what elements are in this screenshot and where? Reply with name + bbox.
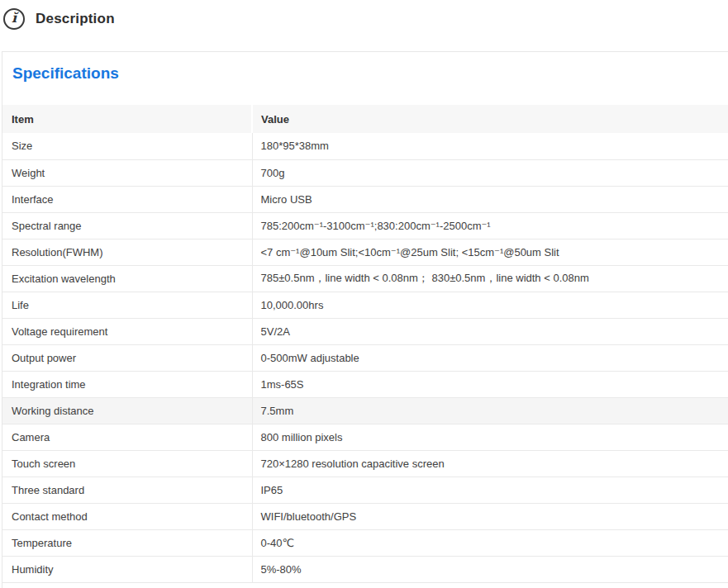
spec-value-cell: WIFI/bluetooth/GPS [252, 503, 728, 529]
spec-value-cell: <7 cm⁻¹@10um Slit;<10cm⁻¹@25um Slit; <15… [252, 239, 728, 265]
spec-item-cell: Output power [2, 344, 252, 371]
spec-item-cell: Interface [2, 186, 252, 212]
column-header-value: Value [252, 105, 728, 133]
spec-item-cell: Size [2, 133, 252, 159]
spec-value-cell: 7.5mm [252, 397, 728, 424]
spec-item-cell: Working distance [2, 397, 252, 424]
spec-item-cell: Contact method [2, 503, 252, 529]
table-row: Working distance 7.5mm [2, 397, 728, 424]
spec-item-cell: Humidity [2, 556, 252, 582]
table-row: Weight 700g [2, 159, 728, 186]
table-row: Excitation wavelength 785±0.5nm，line wid… [2, 265, 728, 292]
spec-value-cell: 720×1280 resolution capacitive screen [252, 450, 728, 477]
info-icon: ĭ [3, 8, 25, 30]
spec-value-cell: 800 million pixels [252, 424, 728, 450]
table-row: Integration time 1ms-65S [2, 371, 728, 397]
spec-item-cell: Camera [2, 424, 252, 450]
table-row: Touch screen 720×1280 resolution capacit… [2, 450, 728, 477]
table-header-row: Item Value [2, 105, 728, 133]
table-row: Output power 0-500mW adjustable [2, 344, 728, 371]
spec-item-cell: Weight [2, 159, 252, 186]
spec-item-cell: Life [2, 292, 252, 318]
spec-item-cell: Resolution(FWHM) [2, 239, 252, 265]
spec-value-cell: 785±0.5nm，line width < 0.08nm； 830±0.5nm… [252, 265, 728, 292]
description-header: ĭ Description [0, 0, 728, 33]
table-row: Interface Micro USB [2, 186, 728, 212]
table-row: Resolution(FWHM) <7 cm⁻¹@10um Slit;<10cm… [2, 239, 728, 265]
table-row: Size 180*95*38mm [2, 133, 728, 159]
spec-value-cell: 0-40℃ [252, 529, 728, 556]
spec-item-cell: Excitation wavelength [2, 265, 252, 292]
spec-value-cell: 1ms-65S [252, 371, 728, 397]
spec-value-cell: 180*95*38mm [252, 133, 728, 159]
section-title: Specifications [12, 64, 728, 83]
column-header-item: Item [2, 105, 252, 133]
spec-value-cell: IP65 [252, 477, 728, 503]
spec-value-cell: 5V/2A [252, 318, 728, 344]
table-row: Spectral range 785:200cm⁻¹-3100cm⁻¹;830:… [2, 212, 728, 239]
spec-item-cell: Temperature [2, 529, 252, 556]
table-row: Voltage requirement 5V/2A [2, 318, 728, 344]
spec-value-cell: 5%-80% [252, 556, 728, 582]
spec-value-cell: 700g [252, 159, 728, 186]
table-row: Temperature 0-40℃ [2, 529, 728, 556]
spec-value-cell: Micro USB [252, 186, 728, 212]
table-row: Humidity 5%-80% [2, 556, 728, 582]
table-row: Camera 800 million pixels [2, 424, 728, 450]
spec-item-cell: Touch screen [2, 450, 252, 477]
specifications-table: Item Value Size 180*95*38mm Weight 700g … [2, 105, 728, 583]
spec-value-cell: 785:200cm⁻¹-3100cm⁻¹;830:200cm⁻¹-2500cm⁻… [252, 212, 728, 239]
spec-item-cell: Integration time [2, 371, 252, 397]
spec-item-cell: Three standard [2, 477, 252, 503]
table-row: Life 10,000.00hrs [2, 292, 728, 318]
spec-item-cell: Spectral range [2, 212, 252, 239]
table-row: Contact method WIFI/bluetooth/GPS [2, 503, 728, 529]
specifications-panel: Specifications Item Value Size 180*95*38… [2, 51, 728, 588]
page: ĭ Description Specifications Item Value … [0, 0, 728, 588]
spec-value-cell: 0-500mW adjustable [252, 344, 728, 371]
spec-value-cell: 10,000.00hrs [252, 292, 728, 318]
spec-item-cell: Voltage requirement [2, 318, 252, 344]
page-title: Description [36, 11, 115, 27]
table-row: Three standard IP65 [2, 477, 728, 503]
